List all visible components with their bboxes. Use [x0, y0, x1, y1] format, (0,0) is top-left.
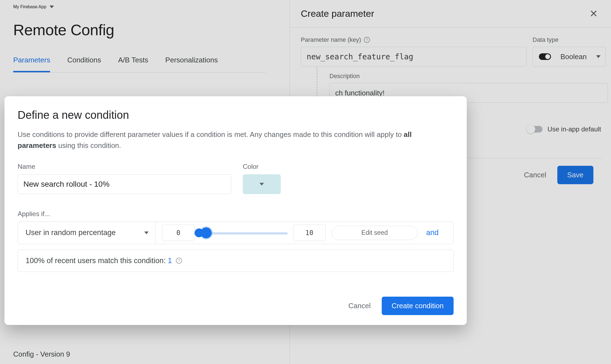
chevron-down-icon: [144, 231, 149, 234]
percentage-slider[interactable]: [194, 231, 288, 235]
and-link[interactable]: and: [418, 228, 447, 237]
define-condition-dialog: Define a new condition Use conditions to…: [4, 96, 467, 325]
percentage-to-input[interactable]: [293, 225, 326, 241]
chevron-down-icon: [260, 183, 264, 186]
slider-thumb-end[interactable]: [201, 227, 212, 238]
condition-color-select[interactable]: [243, 174, 281, 194]
help-icon[interactable]: ?: [176, 258, 182, 264]
create-condition-button[interactable]: Create condition: [382, 297, 454, 315]
applies-if-label: Applies if...: [18, 210, 454, 218]
match-count: 1: [168, 257, 172, 265]
criterion-type-select[interactable]: User in random percentage: [18, 222, 156, 244]
condition-name-label: Name: [18, 163, 231, 170]
condition-name-input[interactable]: [18, 174, 231, 194]
edit-seed-button[interactable]: Edit seed: [332, 226, 418, 240]
dialog-cancel-button[interactable]: Cancel: [348, 302, 371, 310]
condition-color-label: Color: [243, 163, 281, 170]
dialog-subtitle: Use conditions to provide different para…: [18, 129, 436, 151]
dialog-title: Define a new condition: [18, 109, 454, 121]
criterion-row: User in random percentage Edit seed and: [18, 222, 454, 244]
percentage-from-input[interactable]: [162, 225, 195, 241]
match-summary: 100% of recent users match this conditio…: [18, 250, 454, 272]
